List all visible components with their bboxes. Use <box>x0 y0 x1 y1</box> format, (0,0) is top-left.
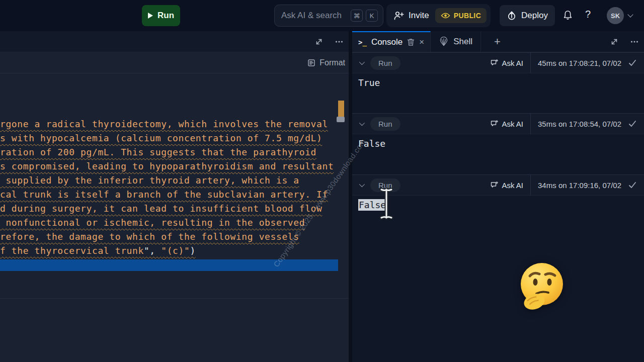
code-lines: rgone a radical thyroidectomy, which inv… <box>0 119 334 259</box>
editor-tabstrip <box>0 31 349 52</box>
editor-scrollbar-thumb[interactable] <box>337 117 345 122</box>
console-prompt-icon: >_ <box>358 38 367 46</box>
success-check-icon <box>628 120 637 128</box>
success-check-icon <box>628 59 637 67</box>
console-tabbar: >_ Console × Shell + <box>352 31 644 52</box>
pane-more-icon[interactable] <box>335 37 344 46</box>
editor-seam <box>0 298 349 299</box>
deploy-rocket-icon <box>507 11 517 21</box>
console-output[interactable]: False <box>352 196 644 214</box>
play-icon <box>148 13 153 19</box>
console-more-icon[interactable] <box>630 37 639 46</box>
code-line[interactable]: nonfunctional or ischemic, resulting in … <box>0 217 334 231</box>
run-button[interactable]: Run <box>142 5 180 26</box>
ask-ai-label: Ask AI <box>502 181 524 190</box>
close-tab-icon[interactable]: × <box>419 37 424 47</box>
visibility-badge[interactable]: PUBLIC <box>435 8 487 23</box>
invite-group: Invite PUBLIC <box>386 4 491 27</box>
editor-pane: Format rgone a radical thyroidectomy, wh… <box>0 31 349 362</box>
entry-run-button[interactable]: Run <box>370 117 400 131</box>
console-entry-header: Run Ask AI 45ms on 17:08:21, 07/02 <box>352 52 644 73</box>
ask-ai-icon <box>490 120 499 128</box>
ask-ai-icon <box>490 59 499 67</box>
console-pane: >_ Console × Shell + <box>352 31 644 362</box>
run-duration-timestamp: 45ms on 17:08:21, 07/02 <box>538 59 621 67</box>
search-placeholder: Ask AI & search <box>281 11 348 21</box>
text-cursor-ibeam <box>377 187 395 222</box>
success-check-icon <box>628 181 637 189</box>
account-chevron-down-icon[interactable] <box>627 12 633 17</box>
tab-console[interactable]: >_ Console × <box>352 31 431 52</box>
deploy-label: Deploy <box>521 11 548 21</box>
cmd-keycap: ⌘ <box>351 10 363 22</box>
invite-button[interactable]: Invite <box>393 11 429 21</box>
invite-label: Invite <box>409 11 429 21</box>
tab-shell[interactable]: Shell <box>431 31 481 52</box>
deploy-button[interactable]: Deploy <box>500 5 555 26</box>
code-line[interactable]: s with hypocalcemia (calcium concentrati… <box>0 133 334 147</box>
collapse-chevron-icon[interactable] <box>359 182 365 187</box>
code-line[interactable]: refore, the damage to which of the follo… <box>0 231 334 245</box>
code-line[interactable]: f the thyrocervical trunk", "(c)") <box>0 245 334 259</box>
top-bar: Run Ask AI & search ⌘ K Invite PUBLIC <box>0 0 644 31</box>
code-line[interactable]: ration of 200 pg/mL. This suggests that … <box>0 147 334 161</box>
pane-divider[interactable] <box>349 31 352 362</box>
console-output[interactable]: True <box>352 73 644 113</box>
ask-ai-icon <box>490 181 499 189</box>
entry-run-button[interactable]: Run <box>370 56 400 70</box>
ask-ai-button[interactable]: Ask AI <box>490 181 524 190</box>
selected-line-highlight <box>0 259 338 271</box>
shell-tab-label: Shell <box>453 37 472 47</box>
format-button[interactable]: Format <box>307 58 345 67</box>
code-line[interactable]: d during surgery, it can lead to insuffi… <box>0 203 334 217</box>
console-entry-header: Run Ask AI 34ms on 17:09:16, 07/02 <box>352 174 644 196</box>
thinking-face-emoji <box>517 260 566 313</box>
trash-icon[interactable] <box>407 38 415 46</box>
help-button[interactable]: ? <box>585 9 591 20</box>
format-label: Format <box>319 58 345 67</box>
code-line[interactable]: cal trunk is itself a branch of the subc… <box>0 189 334 203</box>
ask-ai-button[interactable]: Ask AI <box>490 120 524 128</box>
format-icon <box>307 59 315 67</box>
k-keycap: K <box>366 10 378 22</box>
ask-ai-button[interactable]: Ask AI <box>490 59 524 67</box>
ask-ai-label: Ask AI <box>502 120 524 128</box>
code-line[interactable]: rgone a radical thyroidectomy, which inv… <box>0 119 334 133</box>
visibility-label: PUBLIC <box>454 12 481 20</box>
avatar-initials: SK <box>611 12 620 20</box>
eye-icon <box>441 12 450 19</box>
run-duration-timestamp: 34ms on 17:09:16, 07/02 <box>538 181 621 190</box>
code-line[interactable]: supplied by the inferior thyroid artery,… <box>0 175 334 189</box>
run-button-label: Run <box>157 11 174 21</box>
collapse-chevron-icon[interactable] <box>359 59 365 65</box>
avatar[interactable]: SK <box>607 7 624 24</box>
shell-icon <box>439 37 449 47</box>
expand-console-icon[interactable] <box>610 37 619 46</box>
new-tab-button[interactable]: + <box>481 31 501 52</box>
expand-pane-icon[interactable] <box>314 37 324 46</box>
notifications-button[interactable] <box>562 10 573 21</box>
console-tab-label: Console <box>371 37 403 47</box>
ask-ai-label: Ask AI <box>502 59 524 67</box>
code-line[interactable]: s compromised, leading to hypoparathyroi… <box>0 161 334 175</box>
person-add-icon <box>393 11 404 21</box>
console-entry-header: Run Ask AI 35ms on 17:08:54, 07/02 <box>352 113 644 134</box>
console-output[interactable]: False <box>352 134 644 174</box>
bell-icon <box>562 10 573 21</box>
editor-toolbar: Format <box>0 52 349 73</box>
collapse-chevron-icon[interactable] <box>359 120 365 126</box>
run-duration-timestamp: 35ms on 17:08:54, 07/02 <box>538 120 621 128</box>
editor-body[interactable]: rgone a radical thyroidectomy, which inv… <box>0 73 349 362</box>
scrollbar-annotation <box>338 101 344 117</box>
search-input[interactable]: Ask AI & search ⌘ K <box>274 5 383 27</box>
